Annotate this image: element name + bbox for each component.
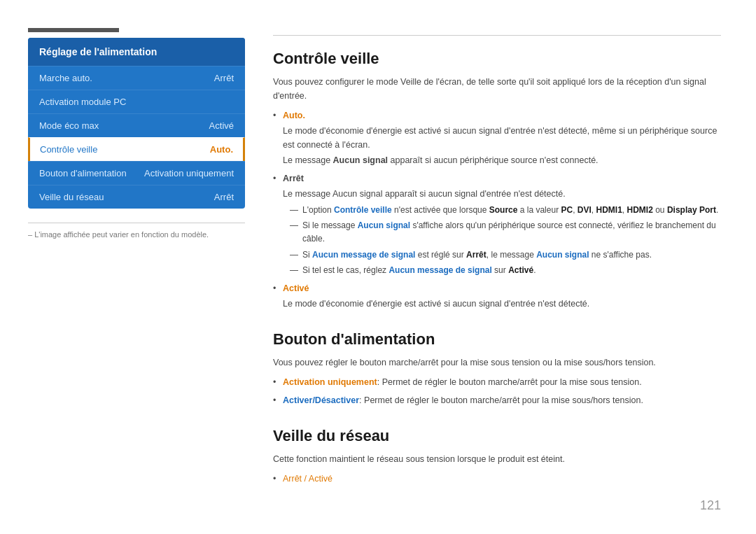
menu-item-1[interactable]: Activation module PC	[28, 90, 245, 113]
bullet-0-2: • ActivéLe mode d'économie d'énergie est…	[273, 281, 721, 311]
bullet-0-1: • ArrêtLe message Aucun signal apparaît …	[273, 171, 721, 277]
menu-item-3[interactable]: Contrôle veilleAuto.	[28, 137, 245, 161]
section-title-bouton-alimentation: Bouton d'alimentation	[273, 330, 721, 349]
sub-bullet-0-1-3: — Si tel est le cas, réglez Aucun messag…	[290, 264, 721, 277]
bullet-label-0-1: Arrêt	[283, 174, 304, 183]
bullet-1-1: • Activer/Désactiver: Permet de régler l…	[273, 393, 721, 407]
sidebar-menu: Réglage de l'alimentation Marche auto.Ar…	[28, 38, 245, 209]
bullet-label-0-0: Auto.	[283, 111, 305, 120]
sub-bullet-0-1-2: — Si Aucun message de signal est réglé s…	[290, 248, 721, 262]
bullet-label-1-0: Activation uniquement	[283, 377, 377, 387]
section-desc-bouton-alimentation: Vous pouvez régler le bouton marche/arrê…	[273, 356, 721, 370]
sidebar-top-bar	[28, 28, 119, 32]
section-controle-veille: Contrôle veilleVous pouvez configurer le…	[273, 50, 721, 311]
section-desc-veille-reseau: Cette fonction maintient le réseau sous …	[273, 452, 721, 466]
menu-item-0[interactable]: Marche auto.Arrêt	[28, 66, 245, 90]
section-title-veille-reseau: Veille du réseau	[273, 427, 721, 445]
sidebar: Réglage de l'alimentation Marche auto.Ar…	[28, 28, 245, 506]
sub-bullet-0-1-0: — L'option Contrôle veille n'est activée…	[290, 204, 721, 217]
main-content: Contrôle veilleVous pouvez configurer le…	[273, 28, 721, 506]
section-desc-controle-veille: Vous pouvez configurer le mode Veille de…	[273, 75, 721, 103]
section-bouton-alimentation: Bouton d'alimentationVous pouvez régler …	[273, 330, 721, 407]
menu-item-5[interactable]: Veille du réseauArrêt	[28, 185, 245, 209]
sub-bullet-0-1-1: — Si le message Aucun signal s'affiche a…	[290, 219, 721, 246]
section-veille-reseau: Veille du réseauCette fonction maintient…	[273, 427, 721, 486]
menu-item-4[interactable]: Bouton d'alimentationActivation uniqueme…	[28, 161, 245, 185]
bullet-0-0: • Auto.Le mode d'économie d'énergie est …	[273, 108, 721, 167]
bullet-label-1-1: Activer/Désactiver	[283, 395, 359, 405]
bullet-2-0: • Arrêt / Activé	[273, 472, 721, 486]
top-divider	[273, 35, 721, 36]
menu-item-2[interactable]: Mode éco maxActivé	[28, 113, 245, 137]
sidebar-note: – L'image affichée peut varier en foncti…	[28, 223, 245, 239]
section-title-controle-veille: Contrôle veille	[273, 50, 721, 68]
sidebar-title: Réglage de l'alimentation	[28, 38, 245, 66]
bullet-label-0-2: Activé	[283, 283, 309, 293]
bullet-1-0: • Activation uniquement: Permet de régle…	[273, 375, 721, 389]
bullet-label-2-0: Arrêt / Activé	[283, 474, 332, 484]
page-number: 121	[700, 498, 721, 513]
